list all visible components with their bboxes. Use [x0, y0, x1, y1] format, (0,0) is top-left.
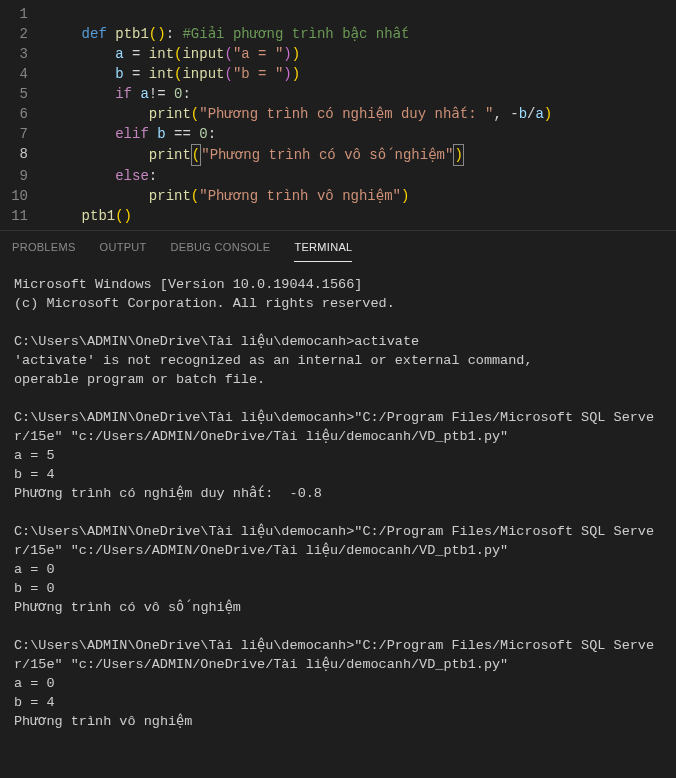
code-content[interactable]: print("Phương trình có vô số nghiệm") [48, 144, 676, 166]
terminal-line: b = 4 [14, 693, 662, 712]
terminal-line [14, 617, 662, 636]
code-content[interactable]: elif b == 0: [48, 124, 676, 144]
line-number: 8 [0, 144, 48, 166]
code-content[interactable] [48, 4, 676, 24]
code-content[interactable]: b = int(input("b = ")) [48, 64, 676, 84]
code-content[interactable]: print("Phương trình có nghiệm duy nhất: … [48, 104, 676, 124]
code-content[interactable]: else: [48, 166, 676, 186]
terminal-line: C:\Users\ADMIN\OneDrive\Tài liệu\democan… [14, 522, 662, 560]
line-number: 3 [0, 44, 48, 64]
terminal-line: a = 0 [14, 560, 662, 579]
line-number: 9 [0, 166, 48, 186]
code-line[interactable]: 8 print("Phương trình có vô số nghiệm") [0, 144, 676, 166]
terminal-line: a = 5 [14, 446, 662, 465]
code-content[interactable]: def ptb1(): #Giải phương trình bậc nhất [48, 24, 676, 44]
code-line[interactable]: 4 b = int(input("b = ")) [0, 64, 676, 84]
terminal-line: b = 4 [14, 465, 662, 484]
code-line[interactable]: 11 ptb1() [0, 206, 676, 226]
tab-problems[interactable]: PROBLEMS [12, 237, 76, 262]
code-content[interactable]: if a!= 0: [48, 84, 676, 104]
line-number: 7 [0, 124, 48, 144]
terminal-line [14, 503, 662, 522]
terminal-line: C:\Users\ADMIN\OneDrive\Tài liệu\democan… [14, 332, 662, 351]
code-line[interactable]: 1 [0, 4, 676, 24]
line-number: 6 [0, 104, 48, 124]
terminal-line: Phương trình vô nghiệm [14, 712, 662, 731]
tab-terminal[interactable]: TERMINAL [294, 237, 352, 262]
panel-tabs: PROBLEMS OUTPUT DEBUG CONSOLE TERMINAL [0, 231, 676, 263]
bottom-panel: PROBLEMS OUTPUT DEBUG CONSOLE TERMINAL M… [0, 230, 676, 743]
code-content[interactable]: print("Phương trình vô nghiệm") [48, 186, 676, 206]
code-line[interactable]: 2 def ptb1(): #Giải phương trình bậc nhấ… [0, 24, 676, 44]
terminal-output[interactable]: Microsoft Windows [Version 10.0.19044.15… [0, 263, 676, 743]
code-line[interactable]: 9 else: [0, 166, 676, 186]
terminal-line: C:\Users\ADMIN\OneDrive\Tài liệu\democan… [14, 408, 662, 446]
terminal-line: Microsoft Windows [Version 10.0.19044.15… [14, 275, 662, 294]
line-number: 2 [0, 24, 48, 44]
line-number: 1 [0, 4, 48, 24]
terminal-line: (c) Microsoft Corporation. All rights re… [14, 294, 662, 313]
code-line[interactable]: 3 a = int(input("a = ")) [0, 44, 676, 64]
terminal-line: Phương trình có vô số nghiệm [14, 598, 662, 617]
code-editor[interactable]: 12 def ptb1(): #Giải phương trình bậc nh… [0, 0, 676, 230]
terminal-line: operable program or batch file. [14, 370, 662, 389]
code-line[interactable]: 7 elif b == 0: [0, 124, 676, 144]
tab-output[interactable]: OUTPUT [100, 237, 147, 262]
code-line[interactable]: 10 print("Phương trình vô nghiệm") [0, 186, 676, 206]
code-content[interactable]: ptb1() [48, 206, 676, 226]
terminal-line [14, 389, 662, 408]
line-number: 4 [0, 64, 48, 84]
code-content[interactable]: a = int(input("a = ")) [48, 44, 676, 64]
line-number: 10 [0, 186, 48, 206]
code-line[interactable]: 6 print("Phương trình có nghiệm duy nhất… [0, 104, 676, 124]
terminal-line: 'activate' is not recognized as an inter… [14, 351, 662, 370]
code-line[interactable]: 5 if a!= 0: [0, 84, 676, 104]
terminal-line: b = 0 [14, 579, 662, 598]
terminal-line: a = 0 [14, 674, 662, 693]
terminal-line: Phương trình có nghiệm duy nhất: -0.8 [14, 484, 662, 503]
terminal-line: C:\Users\ADMIN\OneDrive\Tài liệu\democan… [14, 636, 662, 674]
terminal-line [14, 313, 662, 332]
line-number: 11 [0, 206, 48, 226]
line-number: 5 [0, 84, 48, 104]
tab-debug-console[interactable]: DEBUG CONSOLE [171, 237, 271, 262]
